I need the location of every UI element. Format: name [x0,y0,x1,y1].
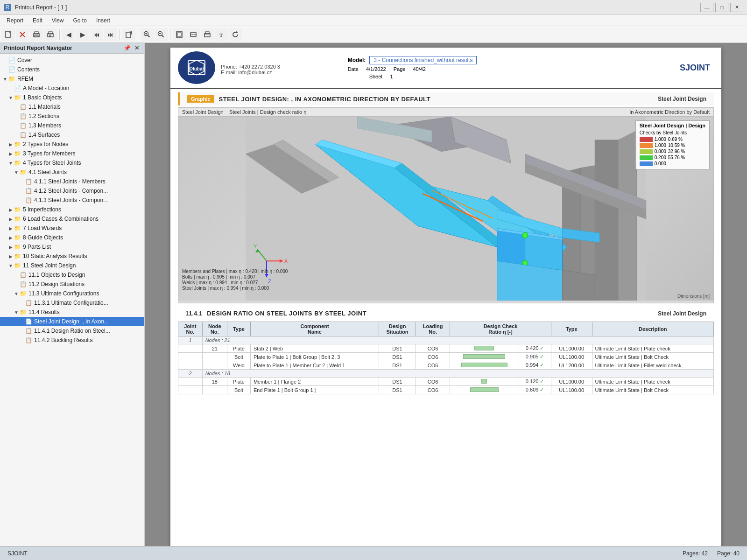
nav-close-button[interactable]: ✕ [134,45,140,51]
maximize-button[interactable]: □ [715,3,728,12]
nav-pin-button[interactable]: 📌 [123,45,132,51]
page-icon-members: 📋 [20,122,27,129]
group-joint-1: 1 [178,336,203,344]
tree-item-rfem[interactable]: ▼ 📁 RFEM [0,74,144,84]
label-rfem: RFEM [17,76,33,82]
label-steel-joints: 4.1 Steel Joints [28,169,67,175]
export-button[interactable] [122,28,135,41]
label-guide: 8 Guide Objects [23,234,63,241]
tree-item-sjdesign[interactable]: ▼ 📁 11 Steel Joint Design [0,261,144,270]
tree-item-members-item[interactable]: 📋 1.3 Members [0,121,144,130]
page-icon-design-ratio: 📋 [25,328,32,334]
tree-item-sections[interactable]: 📋 1.2 Sections [0,112,144,121]
folder-icon-steel: 📁 [14,160,21,166]
tree-item-steel-joints[interactable]: ▼ 📁 4.1 Steel Joints [0,168,144,177]
expand-objects [13,273,20,278]
tree-item-design-ratio[interactable]: 📋 11.4.1 Design Ratio on Steel... [0,326,144,336]
menu-edit[interactable]: Edit [28,16,47,25]
expand-amodel [7,86,14,91]
tree-item-results[interactable]: ▼ 📁 11.4 Results [0,308,144,317]
cell-node: 21 [202,344,227,353]
tree-item-types-nodes[interactable]: ▶ 📁 2 Types for Nodes [0,140,144,149]
first-button[interactable]: ⏮ [90,28,103,41]
header-product: SJOINT [680,63,714,73]
tree-item-loadwizards[interactable]: ▶ 📁 7 Load Wizards [0,224,144,233]
close-button[interactable]: ✕ [730,3,743,12]
viz-label-0: Members and Plates | max η : 0.420 | min… [182,269,288,274]
new-button[interactable] [2,28,15,41]
navigator-tree: 📄 Cover 📄 Contents ▼ 📁 RFEM 📄 A Model - … [0,54,144,546]
table-row: Bolt Plate to Plate 1 | Bolt Group | Bol… [178,353,714,361]
print3-button[interactable] [201,28,214,41]
cell-loading: CO6 [416,386,450,394]
legend-pct-1: 10.59 % [668,143,685,148]
window-controls[interactable]: — □ ✕ [700,3,743,12]
tree-item-buckling[interactable]: 📋 11.4.2 Buckling Results [0,336,144,345]
tree-item-guide[interactable]: ▶ 📁 8 Guide Objects [0,233,144,242]
fit-page-button[interactable] [173,28,186,41]
label-types-members: 3 Types for Members [23,150,76,157]
menu-report[interactable]: Report [2,16,28,25]
expand-axon [19,319,25,324]
tree-item-contents[interactable]: 📄 Contents [0,65,144,74]
cell-desc: Ultimate Limit State | Fillet weld check [592,361,713,370]
tree-item-loadcases[interactable]: ▶ 📁 6 Load Cases & Combinations [0,214,144,224]
menu-insert[interactable]: Insert [92,16,115,25]
folder-icon-rfem: 📁 [8,76,15,82]
menu-goto[interactable]: Go to [69,16,92,25]
minimize-button[interactable]: — [700,3,713,12]
refresh-button[interactable] [229,28,242,41]
cell-ratio-val: 0.120 ✓ [519,378,551,386]
zoom-in-button[interactable] [141,28,154,41]
menu-view[interactable]: View [47,16,69,25]
tree-item-static[interactable]: ▶ 📁 10 Static Analysis Results [0,252,144,261]
text-button[interactable]: T [215,28,228,41]
tree-item-sj-compon1[interactable]: 📋 4.1.2 Steel Joints - Compon... [0,186,144,196]
sep4 [170,29,170,40]
next-button[interactable]: ▶ [76,28,89,41]
tree-item-basic[interactable]: ▼ 📁 1 Basic Objects [0,93,144,102]
tree-item-parts[interactable]: ▶ 📁 9 Parts List [0,242,144,252]
last-button[interactable]: ⏭ [104,28,117,41]
expand-cover [2,58,8,63]
table-section-right: Steel Joint Design [658,310,706,317]
print-preview-button[interactable] [44,28,57,41]
tree-item-sj-compon2[interactable]: 📋 4.1.3 Steel Joints - Compon... [0,196,144,205]
tree-item-sj-members[interactable]: 📋 4.1.1 Steel Joints - Members [0,177,144,186]
print-button[interactable] [30,28,43,41]
tree-item-imperfections[interactable]: ▶ 📁 5 Imperfections [0,205,144,214]
cell-type-code: UL1200.00 [551,361,592,370]
legend-pct-0: 0.69 % [668,137,683,142]
tree-item-design-sit[interactable]: 📋 11.2 Design Situations [0,280,144,289]
expand-types-nodes: ▶ [7,142,14,147]
svg-text:T: T [219,32,223,38]
page-icon-sj-compon1: 📋 [25,188,32,194]
tree-item-amodel[interactable]: 📄 A Model - Location [0,84,144,93]
tree-item-types-members[interactable]: ▶ 📁 3 Types for Members [0,149,144,158]
svg-text:Dlubal: Dlubal [190,66,204,71]
delete-button[interactable] [16,28,29,41]
tree-item-surfaces[interactable]: 📋 1.4 Surfaces [0,130,144,140]
cell-type-code: UL1100.00 [551,353,592,361]
folder-icon-loadwizards: 📁 [14,225,21,231]
tree-item-axon-selected[interactable]: 📄 Steel Joint Design: , In Axon... [0,317,144,326]
tree-item-ultimate-1[interactable]: 📋 11.3.1 Ultimate Configuratio... [0,298,144,308]
page-icon-objects: 📋 [20,272,27,278]
content-area[interactable]: Dlubal Phone: +420 2272 0320 3 E-mail: i… [145,43,747,546]
expand-types-steel: ▼ [7,161,14,166]
tree-item-ultimate-config[interactable]: ▼ 📁 11.3 Ultimate Configurations [0,289,144,298]
pages-label: Pages: [683,550,700,557]
fit-width-button[interactable] [187,28,200,41]
tree-item-cover[interactable]: 📄 Cover [0,56,144,65]
tree-item-objects[interactable]: 📋 11.1 Objects to Design [0,270,144,280]
expand-design-sit [13,282,20,287]
cell-loading: CO6 [416,378,450,386]
tree-item-types-steel[interactable]: ▼ 📁 4 Types for Steel Joints [0,158,144,168]
prev-button[interactable]: ◀ [62,28,75,41]
model-value: 3 - Connections finished_without results [369,56,477,64]
tree-item-materials[interactable]: 📋 1.1 Materials [0,102,144,112]
zoom-out-button[interactable] [155,28,168,41]
viz-title-left: Steel Joint Design Steel Joints | Design… [182,109,306,115]
page-header: Dlubal Phone: +420 2272 0320 3 E-mail: i… [170,48,721,89]
label-parts: 9 Parts List [23,244,51,250]
